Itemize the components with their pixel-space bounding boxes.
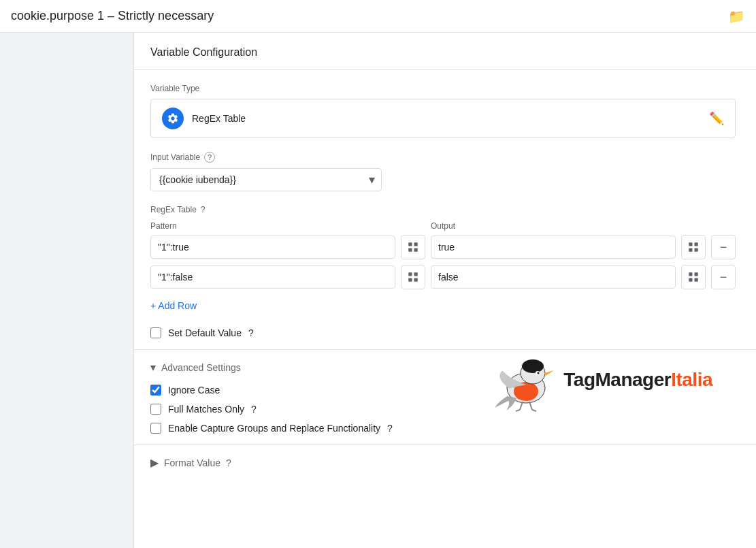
svg-rect-6 — [689, 248, 692, 252]
sidebar — [0, 33, 133, 548]
advanced-settings-chevron-icon: ▾ — [150, 361, 156, 374]
enable-capture-groups-row: Enable Capture Groups and Replace Functi… — [150, 423, 740, 434]
ignore-case-label: Ignore Case — [168, 385, 220, 396]
output-variable-btn-2[interactable] — [681, 265, 706, 289]
svg-point-19 — [522, 359, 544, 373]
output-input-2[interactable] — [431, 265, 676, 289]
svg-rect-3 — [414, 248, 418, 252]
svg-rect-4 — [689, 242, 692, 246]
regex-table-section: RegEx Table ? Pattern Output — [150, 205, 740, 317]
pattern-input-2[interactable] — [150, 265, 395, 289]
main-layout: Variable Configuration Variable Type Reg… — [0, 33, 756, 548]
full-matches-only-label: Full Matches Only — [168, 404, 244, 415]
input-variable-section: Input Variable ? {{cookie iubenda}} ▾ — [150, 152, 740, 191]
page-title: cookie.purpose 1 – Strictly necessary — [11, 9, 720, 23]
pattern-variable-btn-1[interactable] — [401, 235, 425, 259]
ignore-case-checkbox[interactable] — [150, 385, 161, 396]
tagmanageritalia-text: TagManagerItalia — [563, 369, 712, 391]
bottom-section: ▾ Advanced Settings Ignore Case Full Mat… — [150, 361, 740, 469]
format-value-title: Format Value — [164, 457, 220, 468]
svg-rect-10 — [408, 278, 412, 282]
svg-point-21 — [538, 372, 540, 374]
svg-rect-9 — [414, 272, 418, 276]
full-matches-only-checkbox[interactable] — [150, 404, 161, 415]
content-panel: Variable Configuration Variable Type Reg… — [133, 33, 756, 548]
svg-rect-11 — [414, 278, 418, 282]
format-value-toggle[interactable]: ▶ Format Value ? — [150, 456, 740, 469]
output-input-1[interactable] — [431, 236, 676, 259]
pattern-variable-btn-2[interactable] — [401, 265, 425, 289]
add-row-button[interactable]: + Add Row — [150, 295, 197, 317]
advanced-settings-title: Advanced Settings — [161, 362, 241, 373]
variable-type-label: Variable Type — [150, 84, 740, 93]
top-bar: cookie.purpose 1 – Strictly necessary 📁 — [0, 0, 756, 33]
divider-2 — [134, 445, 756, 445]
folder-icon[interactable]: 📁 — [728, 8, 745, 25]
svg-marker-22 — [544, 370, 554, 376]
input-variable-select-wrapper: {{cookie iubenda}} ▾ — [150, 168, 382, 191]
svg-rect-8 — [408, 272, 412, 276]
pattern-column-header: Pattern — [150, 221, 384, 231]
italia-text: Italia — [671, 369, 712, 390]
svg-line-25 — [516, 410, 520, 411]
output-variable-btn-1[interactable] — [681, 235, 706, 259]
bird-logo-icon — [489, 347, 563, 412]
enable-capture-groups-help-icon[interactable]: ? — [387, 423, 393, 434]
full-matches-only-help-icon[interactable]: ? — [251, 404, 257, 415]
input-variable-label: Input Variable ? — [150, 152, 740, 163]
input-variable-select[interactable]: {{cookie iubenda}} — [150, 168, 382, 191]
set-default-value-checkbox[interactable] — [150, 327, 161, 338]
table-header-row: Pattern Output — [150, 221, 736, 231]
format-value-help-icon[interactable]: ? — [226, 457, 231, 468]
regex-table-label: RegEx Table ? — [150, 205, 740, 214]
remove-row-btn-2[interactable]: − — [711, 265, 736, 289]
variable-type-left: RegEx Table — [162, 108, 246, 129]
enable-capture-groups-label: Enable Capture Groups and Replace Functi… — [168, 423, 380, 434]
variable-type-name: RegEx Table — [192, 113, 246, 124]
gear-icon — [162, 108, 184, 129]
remove-row-btn-1[interactable]: − — [711, 235, 736, 259]
tagmanager-text: TagManager — [563, 369, 671, 390]
enable-capture-groups-checkbox[interactable] — [150, 423, 161, 434]
svg-rect-1 — [414, 242, 418, 246]
input-variable-help-icon[interactable]: ? — [204, 152, 215, 163]
svg-rect-5 — [695, 242, 698, 246]
svg-rect-0 — [408, 242, 412, 246]
format-value-chevron-icon: ▶ — [150, 456, 159, 469]
set-default-value-row: Set Default Value ? — [150, 327, 740, 338]
pattern-input-1[interactable] — [150, 236, 395, 259]
svg-rect-2 — [408, 248, 412, 252]
section-header: Variable Configuration — [134, 33, 756, 70]
table-row: − — [150, 265, 736, 289]
output-column-header: Output — [431, 221, 665, 231]
svg-rect-14 — [689, 278, 692, 282]
set-default-value-help-icon[interactable]: ? — [248, 327, 254, 338]
set-default-value-label: Set Default Value — [168, 327, 242, 338]
svg-rect-13 — [695, 272, 698, 276]
svg-rect-7 — [695, 248, 698, 252]
section-body: Variable Type RegEx Table ✏️ Input Varia… — [134, 70, 756, 483]
svg-line-26 — [532, 410, 536, 411]
regex-table-help-icon[interactable]: ? — [201, 205, 206, 214]
svg-rect-15 — [695, 278, 698, 282]
variable-type-box: RegEx Table ✏️ — [150, 99, 736, 138]
table-row: − — [150, 235, 736, 259]
logo-container: TagManagerItalia — [489, 347, 712, 412]
edit-icon[interactable]: ✏️ — [709, 111, 724, 126]
svg-rect-12 — [689, 272, 692, 276]
